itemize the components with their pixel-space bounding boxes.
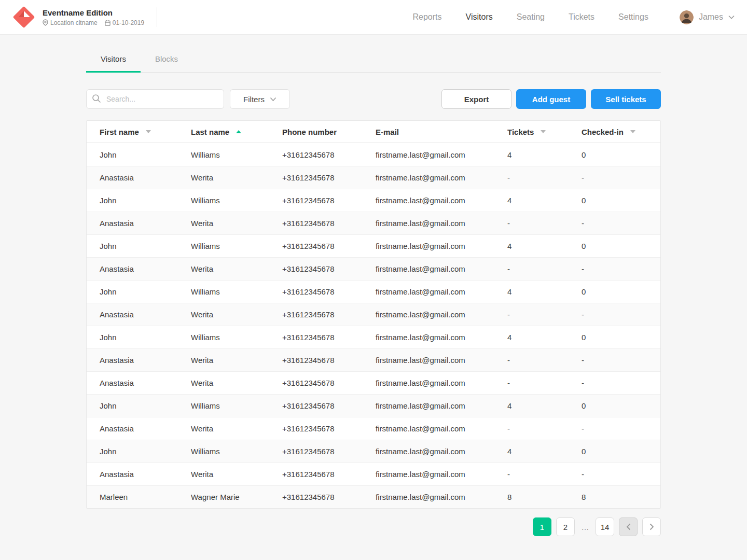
cell-phone: +31612345678 <box>282 173 376 182</box>
cell-email: firstname.last@gmail.com <box>376 242 507 250</box>
filters-button[interactable]: Filters <box>230 89 290 109</box>
toolbar-actions: Export Add guest Sell tickets <box>441 89 661 109</box>
cell-last-name: Werita <box>191 310 282 319</box>
nav-item-settings[interactable]: Settings <box>618 12 648 22</box>
cell-first-name: Anastasia <box>100 356 191 365</box>
sell-tickets-button[interactable]: Sell tickets <box>591 89 661 109</box>
cell-email: firstname.last@gmail.com <box>376 470 507 479</box>
cell-last-name: Williams <box>191 447 282 456</box>
cell-checked-in: 0 <box>582 401 660 410</box>
column-header-tickets[interactable]: Tickets <box>507 128 582 136</box>
cell-phone: +31612345678 <box>282 401 376 410</box>
cell-tickets: - <box>507 470 582 479</box>
table-row[interactable]: Anastasia Werita +31612345678 firstname.… <box>87 348 660 371</box>
cell-first-name: Marleen <box>100 493 191 501</box>
cell-phone: +31612345678 <box>282 310 376 319</box>
brand-text: Eventname Edition Location citname <box>43 8 144 26</box>
cell-first-name: Anastasia <box>100 310 191 319</box>
export-button[interactable]: Export <box>441 89 511 109</box>
nav-item-tickets[interactable]: Tickets <box>569 12 594 22</box>
cell-first-name: Anastasia <box>100 470 191 479</box>
cell-phone: +31612345678 <box>282 219 376 228</box>
brand: Eventname Edition Location citname <box>12 6 144 29</box>
column-header-first-name[interactable]: First name <box>100 128 191 136</box>
page-button-2[interactable]: 2 <box>556 517 575 536</box>
add-guest-button[interactable]: Add guest <box>516 89 586 109</box>
cell-tickets: - <box>507 173 582 182</box>
table-row[interactable]: Anastasia Werita +31612345678 firstname.… <box>87 212 660 234</box>
calendar-icon <box>105 20 110 26</box>
main-nav: Reports Visitors Seating Tickets Setting… <box>413 12 648 22</box>
cell-first-name: John <box>100 333 191 342</box>
tab-blocks[interactable]: Blocks <box>141 54 192 73</box>
cell-first-name: John <box>100 242 191 250</box>
page-button-1[interactable]: 1 <box>533 517 551 536</box>
chevron-down-icon <box>728 15 735 19</box>
sort-desc-icon <box>146 130 151 133</box>
next-page-button[interactable] <box>642 517 661 536</box>
cell-checked-in: 0 <box>582 447 660 456</box>
user-menu[interactable]: James <box>680 10 735 24</box>
sort-asc-active-icon <box>236 130 241 133</box>
cell-first-name: Anastasia <box>100 264 191 273</box>
table-row[interactable]: John Williams +31612345678 firstname.las… <box>87 326 660 348</box>
cell-checked-in: 0 <box>582 196 660 205</box>
cell-tickets: - <box>507 310 582 319</box>
brand-logo-icon[interactable] <box>12 6 35 29</box>
nav-item-visitors[interactable]: Visitors <box>466 12 493 22</box>
cell-first-name: Anastasia <box>100 424 191 433</box>
table-row[interactable]: John Williams +31612345678 firstname.las… <box>87 440 660 463</box>
nav-item-reports[interactable]: Reports <box>413 12 442 22</box>
column-header-last-name[interactable]: Last name <box>191 128 282 136</box>
table-row[interactable]: Anastasia Werita +31612345678 firstname.… <box>87 463 660 485</box>
sort-desc-icon <box>630 130 635 133</box>
cell-tickets: - <box>507 356 582 365</box>
column-header-phone[interactable]: Phone number <box>282 128 376 136</box>
cell-checked-in: - <box>582 173 660 182</box>
cell-checked-in: - <box>582 310 660 319</box>
table-row[interactable]: Anastasia Werita +31612345678 firstname.… <box>87 371 660 394</box>
table-row[interactable]: John Williams +31612345678 firstname.las… <box>87 189 660 212</box>
table-row[interactable]: Anastasia Werita +31612345678 firstname.… <box>87 257 660 280</box>
visitors-table: First name Last name Phone number E-mail… <box>86 120 661 509</box>
search-input[interactable] <box>86 89 224 109</box>
cell-email: firstname.last@gmail.com <box>376 424 507 433</box>
table-row[interactable]: John Williams +31612345678 firstname.las… <box>87 280 660 303</box>
cell-email: firstname.last@gmail.com <box>376 196 507 205</box>
table-row[interactable]: Marleen Wagner Marie +31612345678 firstn… <box>87 485 660 508</box>
cell-checked-in: 0 <box>582 287 660 296</box>
cell-tickets: - <box>507 264 582 273</box>
cell-checked-in: - <box>582 424 660 433</box>
main-content: Visitors Blocks Filters Export Add guest… <box>86 54 661 536</box>
cell-last-name: Williams <box>191 196 282 205</box>
cell-email: firstname.last@gmail.com <box>376 219 507 228</box>
table-row[interactable]: John Williams +31612345678 firstname.las… <box>87 394 660 417</box>
nav-item-seating[interactable]: Seating <box>517 12 545 22</box>
cell-tickets: 4 <box>507 287 582 296</box>
table-row[interactable]: John Williams +31612345678 firstname.las… <box>87 234 660 257</box>
search-box <box>86 89 224 109</box>
page-button-14[interactable]: 14 <box>596 517 614 536</box>
previous-page-button[interactable] <box>619 517 638 536</box>
cell-last-name: Werita <box>191 264 282 273</box>
user-name: James <box>699 12 723 22</box>
table-row[interactable]: John Williams +31612345678 firstname.las… <box>87 143 660 166</box>
table-row[interactable]: Anastasia Werita +31612345678 firstname.… <box>87 166 660 189</box>
cell-tickets: 4 <box>507 333 582 342</box>
table-row[interactable]: Anastasia Werita +31612345678 firstname.… <box>87 303 660 326</box>
column-header-email[interactable]: E-mail <box>376 128 507 136</box>
event-date: 01-10-2019 <box>105 19 144 26</box>
cell-phone: +31612345678 <box>282 424 376 433</box>
cell-checked-in: 0 <box>582 242 660 250</box>
cell-phone: +31612345678 <box>282 333 376 342</box>
cell-checked-in: - <box>582 264 660 273</box>
column-header-checked-in[interactable]: Checked-in <box>582 128 660 136</box>
toolbar: Filters Export Add guest Sell tickets <box>86 89 661 109</box>
table-row[interactable]: Anastasia Werita +31612345678 firstname.… <box>87 417 660 440</box>
tab-visitors[interactable]: Visitors <box>86 54 141 73</box>
cell-phone: +31612345678 <box>282 287 376 296</box>
cell-email: firstname.last@gmail.com <box>376 173 507 182</box>
cell-last-name: Williams <box>191 401 282 410</box>
cell-tickets: 8 <box>507 493 582 501</box>
cell-email: firstname.last@gmail.com <box>376 401 507 410</box>
